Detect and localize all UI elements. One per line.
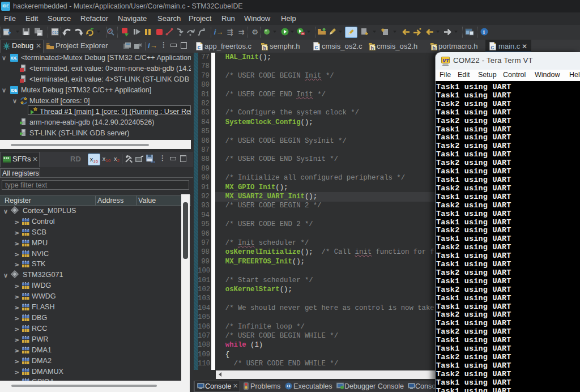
svg-text:i: i: [483, 29, 485, 35]
svg-text:h: h: [371, 45, 374, 51]
svg-text:010: 010: [52, 31, 59, 35]
svg-text:h: h: [433, 45, 436, 51]
svg-text:VT: VT: [442, 58, 450, 63]
svg-text:h: h: [263, 45, 267, 51]
svg-text:c: c: [198, 44, 201, 50]
svg-text:c: c: [491, 44, 494, 50]
svg-text:c: c: [315, 44, 318, 50]
svg-text:IDE: IDE: [11, 56, 18, 60]
svg-text:IDE: IDE: [11, 88, 18, 92]
